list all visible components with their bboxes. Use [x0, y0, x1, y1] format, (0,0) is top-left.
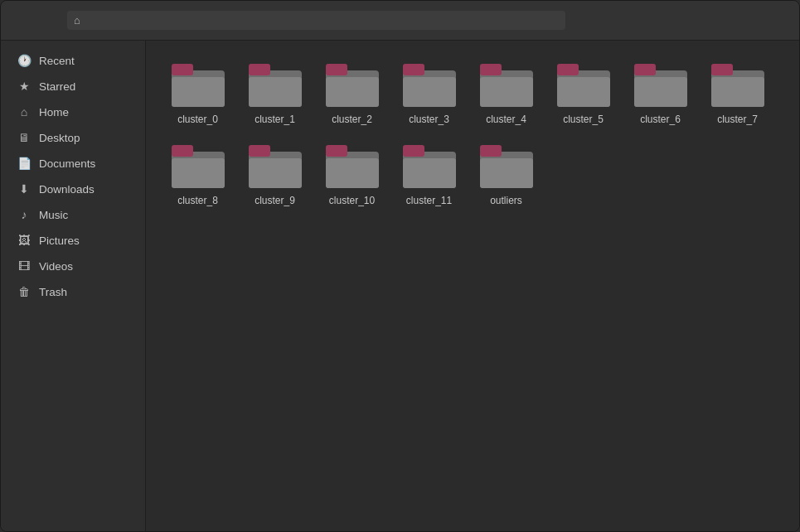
sidebar-label-music: Music	[39, 209, 68, 221]
svg-rect-17	[480, 64, 502, 75]
sidebar-label-downloads: Downloads	[39, 183, 95, 196]
cluster_10-icon	[326, 145, 379, 190]
maximize-button[interactable]	[741, 8, 766, 33]
folder-cluster_4[interactable]: cluster_4	[471, 57, 541, 132]
folder-label-cluster_10: cluster_10	[329, 195, 375, 206]
sidebar-label-documents: Documents	[39, 157, 95, 170]
outliers-icon	[480, 145, 533, 190]
svg-rect-27	[634, 77, 687, 107]
sidebar-item-videos[interactable]: 🎞Videos	[4, 254, 142, 278]
sidebar-item-desktop[interactable]: 🖥Desktop	[4, 125, 142, 150]
close-button[interactable]	[768, 8, 793, 33]
svg-rect-11	[326, 77, 379, 107]
folders-grid: cluster_0cluster_1cluster_2cluster_3clus…	[162, 57, 783, 214]
folder-label-cluster_5: cluster_5	[563, 114, 604, 125]
svg-rect-3	[172, 77, 225, 107]
back-button[interactable]	[7, 8, 32, 33]
minimize-button[interactable]	[715, 8, 739, 33]
folder-cluster_2[interactable]: cluster_2	[317, 57, 387, 132]
view-grid-button[interactable]	[627, 8, 652, 33]
cluster_9-icon	[249, 145, 302, 190]
cluster_3-icon	[403, 64, 456, 109]
svg-rect-51	[480, 158, 533, 188]
folder-cluster_6[interactable]: cluster_6	[625, 57, 696, 132]
folder-cluster_3[interactable]: cluster_3	[394, 57, 464, 132]
svg-rect-47	[403, 158, 456, 188]
svg-rect-13	[403, 64, 424, 75]
folder-cluster_11[interactable]: cluster_11	[394, 138, 464, 213]
view-list-button[interactable]	[680, 8, 705, 33]
folder-label-cluster_11: cluster_11	[406, 195, 452, 206]
sidebar-label-videos: Videos	[39, 260, 73, 273]
home-icon: ⌂	[17, 105, 31, 118]
sidebar-label-starred: Starred	[39, 80, 75, 93]
cluster_7-icon	[711, 64, 764, 109]
folder-label-cluster_8: cluster_8	[177, 195, 218, 206]
folder-cluster_7[interactable]: cluster_7	[702, 57, 773, 132]
folder-cluster_1[interactable]: cluster_1	[240, 57, 310, 132]
main-area: 🕐Recent★Starred⌂Home🖥Desktop📄Documents⬇D…	[1, 41, 799, 531]
titlebar: ⌂	[1, 1, 799, 41]
cluster_6-icon	[634, 64, 687, 109]
sidebar-label-desktop: Desktop	[39, 132, 80, 144]
folder-label-cluster_2: cluster_2	[332, 114, 372, 125]
nav-buttons	[7, 8, 59, 33]
cluster_8-icon	[172, 145, 225, 190]
folder-label-cluster_0: cluster_0	[177, 114, 218, 125]
svg-rect-31	[711, 77, 764, 107]
cluster_4-icon	[480, 64, 533, 109]
svg-rect-37	[249, 145, 270, 157]
recent-icon: 🕐	[17, 54, 31, 67]
svg-rect-9	[326, 64, 347, 75]
cluster_2-icon	[326, 64, 379, 109]
view-sort-button[interactable]	[653, 8, 678, 33]
folder-outliers[interactable]: outliers	[471, 138, 541, 213]
sidebar-item-starred[interactable]: ★Starred	[4, 74, 142, 99]
sidebar-item-documents[interactable]: 📄Documents	[4, 151, 142, 176]
forward-button[interactable]	[34, 8, 59, 33]
cluster_0-icon	[172, 64, 225, 109]
svg-rect-21	[557, 64, 579, 75]
svg-rect-49	[480, 145, 502, 157]
toolbar-right	[574, 8, 705, 33]
sidebar-item-pictures[interactable]: 🖼Pictures	[4, 228, 142, 253]
sidebar-item-music[interactable]: ♪Music	[4, 202, 142, 227]
file-manager-window: ⌂ 🕐Recent★Starred⌂Home🖥Desktop📄Doc	[0, 0, 800, 532]
folder-label-cluster_9: cluster_9	[255, 195, 295, 206]
folder-label-outliers: outliers	[490, 195, 522, 206]
folder-cluster_5[interactable]: cluster_5	[548, 57, 618, 132]
folder-cluster_0[interactable]: cluster_0	[162, 57, 233, 132]
sidebar-item-recent[interactable]: 🕐Recent	[4, 48, 142, 73]
breadcrumb[interactable]: ⌂	[67, 11, 565, 30]
svg-rect-41	[326, 145, 347, 157]
svg-rect-43	[326, 158, 379, 188]
content-area: cluster_0cluster_1cluster_2cluster_3clus…	[146, 41, 799, 531]
svg-rect-7	[249, 77, 302, 107]
pictures-icon: 🖼	[17, 234, 31, 247]
documents-icon: 📄	[17, 157, 31, 170]
svg-rect-45	[403, 145, 424, 157]
desktop-icon: 🖥	[17, 131, 31, 144]
sidebar-item-home[interactable]: ⌂Home	[4, 99, 142, 124]
more-options-button[interactable]	[574, 8, 599, 33]
search-button[interactable]	[600, 8, 625, 33]
svg-rect-23	[557, 77, 610, 107]
svg-rect-15	[403, 77, 456, 107]
folder-label-cluster_1: cluster_1	[255, 114, 295, 125]
svg-rect-39	[249, 158, 302, 188]
sidebar-item-trash[interactable]: 🗑Trash	[4, 279, 142, 304]
sidebar-label-trash: Trash	[39, 286, 67, 298]
folder-label-cluster_3: cluster_3	[409, 114, 449, 125]
svg-rect-19	[480, 77, 533, 107]
folder-cluster_8[interactable]: cluster_8	[162, 138, 233, 213]
sidebar-label-pictures: Pictures	[39, 235, 80, 247]
folder-cluster_10[interactable]: cluster_10	[317, 138, 387, 213]
starred-icon: ★	[17, 80, 31, 93]
svg-rect-35	[172, 158, 225, 188]
cluster_1-icon	[249, 64, 302, 109]
sidebar-item-downloads[interactable]: ⬇Downloads	[4, 177, 142, 201]
sidebar: 🕐Recent★Starred⌂Home🖥Desktop📄Documents⬇D…	[1, 41, 146, 531]
cluster_11-icon	[403, 145, 456, 190]
svg-rect-29	[711, 64, 733, 75]
folder-cluster_9[interactable]: cluster_9	[240, 138, 310, 213]
